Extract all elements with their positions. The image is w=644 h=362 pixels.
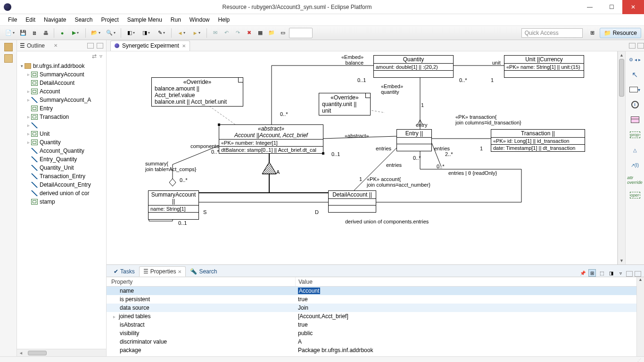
tree-item[interactable]: stamp	[19, 197, 104, 206]
tree-item[interactable]: ▹Unit	[19, 130, 104, 138]
new-button[interactable]: 📄	[3, 28, 17, 38]
property-row[interactable]: is persistenttrue	[107, 295, 636, 304]
tree-item[interactable]: ▹Transaction	[19, 113, 104, 121]
property-row[interactable]: isAbstracttrue	[107, 321, 636, 329]
menu-file[interactable]: File	[5, 15, 20, 25]
tree-item[interactable]: Entry	[19, 104, 104, 113]
tree-item[interactable]: ▹	[19, 121, 104, 130]
menu-project[interactable]: Project	[98, 15, 122, 25]
palette-interface-tool[interactable]	[629, 99, 641, 110]
prop-max-icon[interactable]	[635, 271, 641, 277]
open-type-button[interactable]: 📂	[89, 28, 103, 38]
menu-window[interactable]: Window	[186, 15, 213, 25]
tree-item[interactable]: ▹SummaryAccount_A	[19, 96, 104, 104]
menu-help[interactable]: Help	[215, 15, 233, 25]
prop-tree-icon[interactable]: ⊞	[588, 269, 596, 277]
menu-run[interactable]: Run	[167, 15, 184, 25]
note-override-quantity[interactable]: «Override» quantity.unit || unit	[319, 93, 371, 115]
back-button[interactable]: ◄	[174, 28, 189, 38]
run-button[interactable]: ●	[57, 28, 67, 38]
menu-edit[interactable]: Edit	[22, 15, 39, 25]
navigator-icon[interactable]	[4, 54, 13, 63]
editor-min-icon[interactable]	[629, 43, 636, 49]
properties-vscroll[interactable]: ▲	[636, 277, 644, 356]
palette-attr-tool[interactable]: attroverride	[629, 175, 641, 185]
tool-delete[interactable]: ✖	[244, 28, 254, 38]
tree-item[interactable]: DetailAccount	[19, 79, 104, 87]
prop-pin-icon[interactable]: 📌	[579, 269, 586, 277]
tree-item[interactable]: derived union of cor	[19, 189, 104, 197]
last-edit[interactable]: ✎	[154, 28, 168, 38]
prop-menu-icon[interactable]: ▿	[617, 269, 624, 277]
tree-item[interactable]: ▹Quantity	[19, 138, 104, 147]
outline-tree[interactable]: ▾ br.ufrgs.inf.addrbook ▹SummaryAccountD…	[17, 61, 106, 349]
prop-filter-icon[interactable]: ⬚	[598, 269, 605, 277]
property-row[interactable]: visibilitypublic	[107, 329, 636, 337]
tool-d[interactable]: ▦	[255, 28, 265, 38]
zoom-dropdown[interactable]	[289, 28, 313, 38]
properties-table[interactable]: Property Value nameAccountis persistentt…	[107, 277, 636, 356]
tool-a[interactable]: ✉	[210, 28, 220, 38]
menu-navigate[interactable]: Navigate	[41, 15, 69, 25]
palette-select-tool[interactable]: ↖	[629, 69, 641, 80]
print-button[interactable]: 🖶	[41, 28, 51, 38]
menu-sample[interactable]: Sample Menu	[124, 15, 165, 25]
open-perspective-button[interactable]: ⊞	[587, 28, 598, 38]
property-row[interactable]: ▹joined tables[Account,Acct_brief]	[107, 312, 636, 321]
tool-e[interactable]: 📁	[266, 28, 277, 38]
tree-item[interactable]: Quantity_Unit	[19, 164, 104, 172]
class-transaction[interactable]: Transaction || «PK» id: Long[1] || id_tr…	[491, 129, 585, 152]
tool-b[interactable]: ↶	[221, 28, 231, 38]
tree-item[interactable]: Account_Quantity	[19, 147, 104, 155]
annotation-next[interactable]: ◨	[139, 28, 153, 38]
class-entry[interactable]: Entry ||	[396, 129, 432, 151]
palette-gen-tool[interactable]: △	[629, 145, 641, 155]
outline-menu-icon[interactable]: ▿	[99, 53, 102, 59]
menu-search[interactable]: Search	[71, 15, 96, 25]
tab-tasks[interactable]: ✔ Tasks	[109, 266, 139, 277]
tree-item[interactable]: DetailAccount_Entry	[19, 181, 104, 189]
editor-tab-close-icon[interactable]: ✕	[182, 43, 186, 49]
tree-item[interactable]: Transaction_Entry	[19, 172, 104, 181]
editor-tab-synergetic[interactable]: Synergetic Expeirment ✕	[110, 41, 190, 51]
class-summaryaccount[interactable]: SummaryAccount || name: String[1]	[148, 190, 199, 220]
close-button[interactable]: ✕	[622, 0, 644, 14]
minimize-button[interactable]: —	[579, 0, 601, 14]
outline-hscroll[interactable]: ◄	[17, 349, 106, 356]
canvas-vscroll[interactable]: ▲▼	[618, 51, 625, 264]
tool-f[interactable]: ▭	[278, 28, 288, 38]
class-detailaccount[interactable]: DetailAccount ||	[328, 190, 376, 213]
tab-search[interactable]: 🔦 Search	[186, 266, 221, 277]
tree-item[interactable]: ▹SummaryAccount	[19, 70, 104, 79]
class-account[interactable]: «abstract» Account ||Account, Acct_brief…	[219, 124, 323, 154]
outline-link-icon[interactable]: ⇄	[92, 53, 97, 59]
perspective-resource[interactable]: 📁 Resource	[600, 28, 641, 38]
diagram-canvas[interactable]: «Override» balance.amount || Acct_brief.…	[107, 51, 618, 264]
annotation-prev[interactable]: ◧	[124, 28, 138, 38]
maximize-button[interactable]: ☐	[601, 0, 622, 14]
palette-class-tool[interactable]: ▾	[629, 84, 641, 95]
outline-min-icon[interactable]	[87, 43, 94, 49]
forward-button[interactable]: ►	[190, 28, 204, 38]
run-config-button[interactable]: ▶	[68, 28, 83, 38]
tree-root[interactable]: br.ufrgs.inf.addrbook	[33, 63, 84, 69]
palette-oper-tool[interactable]: oper	[629, 190, 641, 200]
property-row[interactable]: packagePackage br.ufrgs.inf.addrbook	[107, 346, 636, 354]
save-button[interactable]: 💾	[18, 28, 28, 38]
palette-assoc-tool[interactable]: ↗(I)	[629, 160, 641, 170]
prop-min-icon[interactable]	[626, 271, 633, 277]
quick-access-input[interactable]: Quick Access	[521, 28, 583, 38]
save-all-button[interactable]: 🗎	[29, 28, 40, 38]
property-row[interactable]: discriminator valueA	[107, 337, 636, 346]
tree-item[interactable]: Entry_Quantity	[19, 155, 104, 164]
search-button[interactable]: 🔍	[104, 28, 118, 38]
palette-nav[interactable]: ⚙ ◂ ▸	[629, 54, 641, 65]
outline-max-icon[interactable]	[97, 43, 103, 49]
editor-max-icon[interactable]	[637, 43, 644, 49]
outline-close-icon[interactable]: ✕	[54, 43, 58, 48]
tree-item[interactable]: ▹Account	[19, 87, 104, 96]
tab-properties[interactable]: ☰ Properties ✕	[139, 266, 186, 277]
class-quantity[interactable]: Quantity amount: double[1] || :(20,2)	[373, 55, 454, 78]
prop-adv-icon[interactable]: ◨	[607, 269, 615, 277]
note-override-balance[interactable]: «Override» balance.amount || Acct_brief.…	[151, 77, 243, 107]
